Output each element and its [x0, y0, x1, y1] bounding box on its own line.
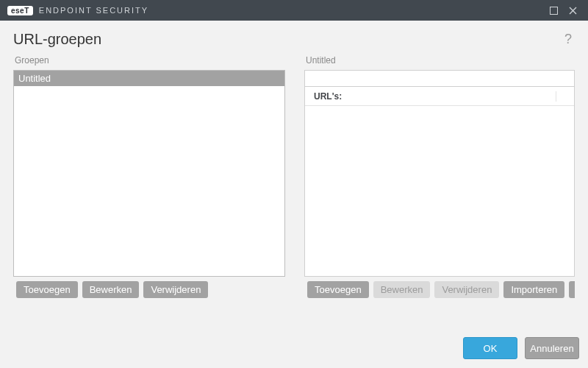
main-area: Groepen Untitled Toevoegen Bewerken Verw… — [0, 55, 588, 304]
urls-grid-header: URL's: — [305, 87, 574, 106]
urls-panel-label: Untitled — [306, 55, 575, 66]
groups-edit-button[interactable]: Bewerken — [82, 281, 140, 298]
list-item[interactable]: Untitled — [14, 71, 284, 86]
cancel-button[interactable]: Annuleren — [525, 337, 579, 359]
groups-toolbar: Toevoegen Bewerken Verwijderen — [13, 277, 285, 304]
dialog-header: URL-groepen ? — [0, 21, 588, 55]
title-bar: eseT ENDPOINT SECURITY — [0, 0, 588, 21]
groups-remove-button[interactable]: Verwijderen — [143, 281, 208, 298]
svg-rect-0 — [550, 7, 557, 14]
urls-add-button[interactable]: Toevoegen — [307, 281, 369, 298]
urls-edit-button: Bewerken — [373, 281, 431, 298]
ok-button[interactable]: OK — [463, 337, 517, 359]
urls-import-button[interactable]: Importeren — [503, 281, 564, 298]
groups-label: Groepen — [15, 55, 285, 66]
page-title: URL-groepen — [13, 31, 562, 48]
brand-badge: eseT — [7, 6, 33, 15]
groups-listbox[interactable]: Untitled — [13, 70, 285, 277]
urls-grid[interactable]: URL's: — [304, 86, 575, 277]
maximize-icon[interactable] — [544, 3, 563, 18]
product-name: ENDPOINT SECURITY — [39, 6, 148, 15]
help-icon[interactable]: ? — [562, 32, 575, 47]
urls-panel: Untitled URL's: Toevoegen Bewerken Verwi… — [304, 55, 575, 304]
urls-export-button[interactable]: Exporteren — [569, 281, 575, 298]
urls-grid-body — [305, 106, 574, 276]
groups-panel: Groepen Untitled Toevoegen Bewerken Verw… — [13, 55, 285, 304]
close-icon[interactable] — [563, 3, 582, 18]
urls-header-space — [304, 70, 575, 86]
urls-toolbar: Toevoegen Bewerken Verwijderen Importere… — [304, 277, 575, 304]
urls-remove-button: Verwijderen — [434, 281, 499, 298]
groups-add-button[interactable]: Toevoegen — [16, 281, 78, 298]
dialog-footer: OK Annuleren — [0, 328, 588, 368]
urls-column-header[interactable]: URL's: — [305, 91, 556, 102]
